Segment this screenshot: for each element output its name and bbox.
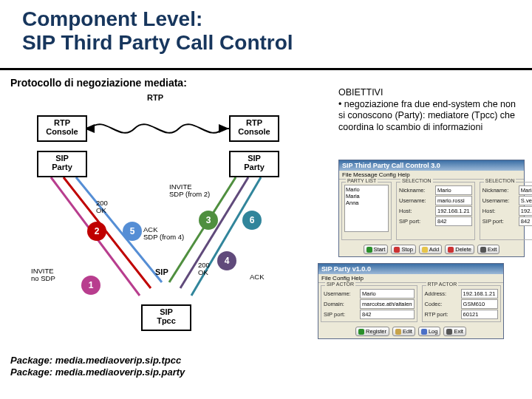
l-port-a: SIP port: xyxy=(399,218,433,225)
sequence-diagram: RTP RTP Console RTP Console SIP Party SI… xyxy=(10,96,328,340)
exit-label: Exit xyxy=(488,246,497,253)
edit-label: Edit xyxy=(403,328,412,335)
delete-icon xyxy=(448,247,454,253)
tpcc-party-list[interactable]: Mario Maria Anna xyxy=(344,185,389,232)
v-user-a[interactable]: mario.rossi xyxy=(435,196,472,205)
log-button[interactable]: Log xyxy=(418,327,441,336)
l-sip-port: SIP port: xyxy=(324,311,358,318)
edit-button[interactable]: Edit xyxy=(392,327,415,336)
tpcc-sel-a-label: SELECTION xyxy=(400,178,433,183)
stop-button[interactable]: Stop xyxy=(391,245,415,254)
rtp-actor-label: RTP ACTOR xyxy=(426,282,459,287)
slide-title: Component Level: SIP Third Party Call Co… xyxy=(22,7,293,55)
step-1: 1 xyxy=(81,276,100,295)
l-nick-b: Nickname: xyxy=(482,187,516,194)
l-rtp-codec: Codec: xyxy=(425,301,459,307)
add-label: Add xyxy=(429,246,439,253)
annot-ack-sdp4: ACK SDP (from 4) xyxy=(143,226,184,241)
tpcc-buttons: Start Stop Add Delete Exit xyxy=(339,242,524,256)
packages: Package: media.mediaoverip.sip.tpcc Pack… xyxy=(10,355,185,379)
check-icon xyxy=(358,329,364,335)
rtp-console-right: RTP Console xyxy=(229,115,279,142)
v-rtp-addr[interactable]: 192.168.1.21 xyxy=(461,289,498,299)
title-line1: Component Level: xyxy=(22,7,202,30)
l-rtp-port: RTP port: xyxy=(425,311,459,318)
l-nick-a: Nickname: xyxy=(399,187,433,194)
tpcc-titlebar: SIP Third Party Call Control 3.0 xyxy=(339,160,524,171)
v-nick-b[interactable]: Maria xyxy=(519,185,532,195)
delete-label: Delete xyxy=(455,246,471,253)
v-host-b[interactable]: 192.168.1.55 xyxy=(519,206,532,216)
step-5: 5 xyxy=(123,222,142,241)
v-port-b[interactable]: 842 xyxy=(519,216,532,226)
l-rtp-addr: Address: xyxy=(425,290,459,297)
tpcc-window: SIP Third Party Call Control 3.0 File Me… xyxy=(338,160,525,257)
v-sip-port[interactable]: 842 xyxy=(360,310,415,319)
l-host-a: Host: xyxy=(399,208,433,214)
l-port-b: SIP port: xyxy=(482,218,516,225)
party-window: SIP Party v1.0.0 File Config Help SIP AC… xyxy=(318,263,504,339)
exit-icon xyxy=(480,247,486,253)
exit-button-2[interactable]: Exit xyxy=(443,327,466,336)
objectives-heading: OBIETTIVI xyxy=(338,87,383,98)
v-rtp-port[interactable]: 60121 xyxy=(461,310,498,319)
l-user-a: Username: xyxy=(399,197,433,204)
sip-label: SIP xyxy=(155,267,168,276)
step-2: 2 xyxy=(87,222,106,241)
log-icon xyxy=(421,329,427,335)
package-1: Package: media.mediaoverip.sip.tpcc xyxy=(10,355,181,366)
register-label: Register xyxy=(366,328,386,335)
register-button[interactable]: Register xyxy=(355,327,389,336)
delete-button[interactable]: Delete xyxy=(445,245,474,254)
l-sip-user: Username: xyxy=(324,290,358,297)
annot-ack: ACK xyxy=(250,273,265,281)
v-nick-a[interactable]: Mario xyxy=(435,185,472,195)
stop-label: Stop xyxy=(401,246,412,253)
exit-label-2: Exit xyxy=(454,328,463,335)
slide: Component Level: SIP Third Party Call Co… xyxy=(0,0,532,399)
play-icon xyxy=(366,247,372,253)
subheading: Protocollo di negoziazione mediata: xyxy=(10,77,187,89)
package-2: Package: media.mediaoverip.sip.party xyxy=(10,366,185,378)
rtp-console-left: RTP Console xyxy=(37,115,87,142)
v-sip-domain[interactable]: marcotse.ath/altalen xyxy=(360,299,415,309)
title-line2: SIP Third Party Call Control xyxy=(22,31,293,54)
add-icon xyxy=(422,247,428,253)
objectives: OBIETTIVI • negoziazione fra due end-sys… xyxy=(338,87,523,134)
v-host-a[interactable]: 192.168.1.21 xyxy=(435,206,472,216)
step-6: 6 xyxy=(242,211,262,230)
sip-party-left: SIP Party xyxy=(37,151,87,177)
sip-actor-label: SIP ACTOR xyxy=(325,282,355,287)
start-button[interactable]: Start xyxy=(364,245,389,254)
rtp-label: RTP xyxy=(147,93,163,102)
annot-invite-sdp2: INVITE SDP (from 2) xyxy=(169,183,210,198)
step-3: 3 xyxy=(199,211,218,230)
log-label: Log xyxy=(429,328,438,335)
annot-invite-nosdp: INVITE no SDP xyxy=(31,267,55,282)
objectives-bullet: • negoziazione fra due end-system che no… xyxy=(338,99,516,132)
tpcc-partylist-label: PARTY LIST xyxy=(346,178,378,183)
annot-200ok-left: 200 OK xyxy=(96,200,108,214)
v-port-a[interactable]: 842 xyxy=(435,216,472,226)
exit-button[interactable]: Exit xyxy=(477,245,500,254)
v-user-b[interactable]: S.verzaschi xyxy=(519,196,532,205)
l-sip-domain: Domain: xyxy=(324,301,358,307)
party-titlebar: SIP Party v1.0.0 xyxy=(318,264,503,274)
sip-party-right: SIP Party xyxy=(229,151,279,177)
add-button[interactable]: Add xyxy=(419,245,442,254)
start-label: Start xyxy=(374,246,386,253)
l-host-b: Host: xyxy=(482,208,516,214)
party-buttons: Register Edit Log Exit xyxy=(318,324,503,338)
title-rule xyxy=(0,68,532,70)
v-rtp-codec[interactable]: GSM610 xyxy=(461,299,498,309)
l-user-b: Username: xyxy=(482,197,516,204)
exit-icon xyxy=(446,329,452,335)
annot-200ok-right: 200 OK xyxy=(198,262,210,276)
edit-icon xyxy=(395,329,401,335)
step-4: 4 xyxy=(217,251,236,270)
stop-icon xyxy=(394,247,400,253)
sip-tpcc: SIP Tpcc xyxy=(141,304,191,331)
tpcc-sel-b-label: SELECTION xyxy=(484,178,516,183)
v-sip-user[interactable]: Mario xyxy=(360,289,415,299)
